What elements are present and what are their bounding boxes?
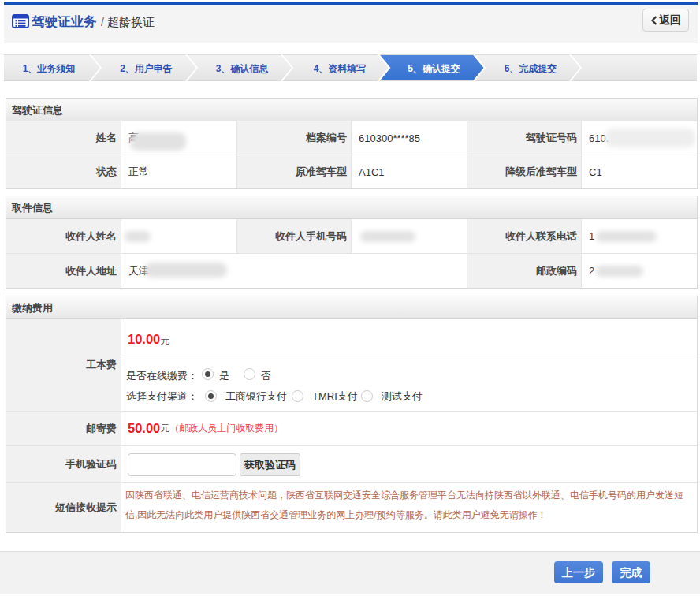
svg-text:3、确认信息: 3、确认信息 (216, 63, 270, 74)
svg-text:6、完成提交: 6、完成提交 (505, 63, 557, 74)
svg-text:1、业务须知: 1、业务须知 (23, 63, 76, 74)
svg-text:5、确认提交: 5、确认提交 (408, 63, 460, 74)
svg-text:2、用户申告: 2、用户申告 (120, 63, 173, 74)
svg-text:4、资料填写: 4、资料填写 (314, 63, 367, 74)
